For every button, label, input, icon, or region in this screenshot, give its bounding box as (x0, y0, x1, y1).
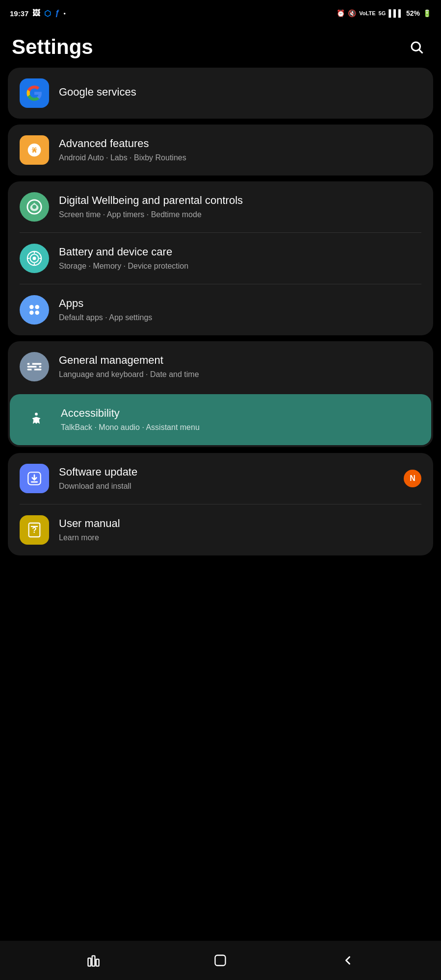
status-bar: 19:37 🖼 ⬡ ƒ ● ⏰ 🔇 VoLTE 5G ▌▌▌ 52% 🔋 (0, 0, 441, 25)
svg-text:?: ? (32, 526, 37, 534)
digital-wellbeing-title: Digital Wellbeing and parental controls (59, 194, 421, 208)
software-update-text: Software update Download and install (59, 465, 404, 491)
header: Settings (0, 25, 441, 68)
settings-card-digital-group: Digital Wellbeing and parental controls … (8, 181, 433, 335)
advanced-icon (20, 135, 49, 165)
svg-rect-29 (92, 956, 95, 966)
digital-wellbeing-subtitle: Screen time · App timers · Bedtime mode (59, 210, 421, 220)
dot-icon: ● (63, 11, 66, 16)
messenger-icon: ⬡ (44, 9, 51, 18)
page-title: Settings (12, 35, 93, 59)
svg-point-14 (29, 310, 34, 315)
battery-care-title: Battery and device care (59, 245, 421, 259)
settings-item-digital-wellbeing[interactable]: Digital Wellbeing and parental controls … (8, 181, 433, 232)
accessibility-title: Accessibility (61, 406, 419, 421)
general-management-text: General management Language and keyboard… (59, 353, 421, 379)
advanced-features-subtitle: Android Auto · Labs · Bixby Routines (59, 153, 421, 163)
battery-care-subtitle: Storage · Memory · Device protection (59, 261, 421, 272)
settings-card-general-group: General management Language and keyboard… (8, 341, 433, 447)
settings-card-software-group: Software update Download and install N ?… (8, 453, 433, 555)
advanced-features-title: Advanced features (59, 137, 421, 151)
settings-item-advanced-features[interactable]: Advanced features Android Auto · Labs · … (8, 125, 433, 176)
svg-line-1 (419, 50, 423, 53)
apps-subtitle: Default apps · App settings (59, 313, 421, 323)
user-manual-text: User manual Learn more (59, 517, 421, 543)
mute-icon: 🔇 (348, 9, 356, 17)
software-icon (20, 464, 49, 493)
svg-rect-28 (88, 958, 91, 966)
time-display: 19:37 (10, 9, 28, 18)
svg-point-22 (35, 413, 38, 416)
settings-item-software-update[interactable]: Software update Download and install N (8, 453, 433, 504)
settings-card-advanced: Advanced features Android Auto · Labs · … (8, 125, 433, 176)
status-left: 19:37 🖼 ⬡ ƒ ● (10, 9, 66, 18)
software-update-badge: N (404, 470, 421, 487)
svg-point-20 (36, 365, 39, 368)
settings-item-accessibility[interactable]: Accessibility TalkBack · Mono audio · As… (10, 394, 431, 445)
volte-label: VoLTE (359, 10, 375, 16)
google-services-title: Google services (59, 85, 421, 100)
settings-item-google-services[interactable]: Google services (8, 68, 433, 119)
manual-icon: ? (20, 515, 49, 545)
facebook-icon: ƒ (55, 9, 59, 18)
search-button[interactable] (404, 34, 429, 60)
accessibility-subtitle: TalkBack · Mono audio · Assistant menu (61, 423, 419, 433)
battery-care-icon (20, 244, 49, 273)
battery-care-text: Battery and device care Storage · Memory… (59, 245, 421, 271)
accessibility-icon (22, 405, 51, 434)
svg-point-15 (35, 310, 39, 315)
search-icon (409, 40, 424, 54)
google-icon (20, 78, 49, 108)
alarm-icon: ⏰ (337, 9, 345, 17)
settings-item-battery-care[interactable]: Battery and device care Storage · Memory… (8, 233, 433, 284)
battery-percent: 52% (406, 9, 420, 17)
accessibility-text: Accessibility TalkBack · Mono audio · As… (61, 406, 419, 432)
settings-card-google: Google services (8, 68, 433, 119)
settings-item-general-management[interactable]: General management Language and keyboard… (8, 341, 433, 392)
svg-rect-30 (96, 959, 99, 966)
svg-point-19 (29, 363, 32, 366)
svg-rect-31 (215, 955, 226, 966)
user-manual-subtitle: Learn more (59, 533, 421, 543)
svg-point-21 (31, 368, 34, 371)
settings-item-user-manual[interactable]: ? User manual Learn more (8, 504, 433, 555)
status-right: ⏰ 🔇 VoLTE 5G ▌▌▌ 52% 🔋 (337, 9, 431, 17)
general-management-title: General management (59, 353, 421, 368)
user-manual-title: User manual (59, 517, 421, 531)
battery-icon: 🔋 (423, 9, 431, 17)
software-update-title: Software update (59, 465, 404, 479)
navigation-bar (0, 941, 441, 980)
home-button[interactable] (206, 946, 235, 975)
recent-apps-button[interactable] (78, 946, 108, 975)
general-icon (20, 352, 49, 381)
general-management-subtitle: Language and keyboard · Date and time (59, 370, 421, 380)
apps-icon (20, 295, 49, 325)
settings-item-apps[interactable]: Apps Default apps · App settings (8, 284, 433, 335)
svg-point-13 (35, 305, 39, 309)
svg-point-12 (29, 305, 34, 309)
apps-text: Apps Default apps · App settings (59, 297, 421, 323)
svg-point-4 (32, 205, 37, 209)
software-update-subtitle: Download and install (59, 481, 404, 492)
signal-icon: ▌▌▌ (389, 9, 403, 17)
svg-point-7 (32, 256, 36, 260)
settings-list: Google services Advanced features Androi… (0, 68, 441, 555)
digital-wellbeing-text: Digital Wellbeing and parental controls … (59, 194, 421, 220)
svg-point-0 (412, 42, 420, 51)
5g-label: 5G (379, 10, 386, 16)
advanced-features-text: Advanced features Android Auto · Labs · … (59, 137, 421, 163)
google-services-text: Google services (59, 85, 421, 101)
digital-wellbeing-icon (20, 192, 49, 222)
photo-icon: 🖼 (32, 9, 40, 18)
apps-title: Apps (59, 297, 421, 311)
back-button[interactable] (333, 946, 363, 975)
